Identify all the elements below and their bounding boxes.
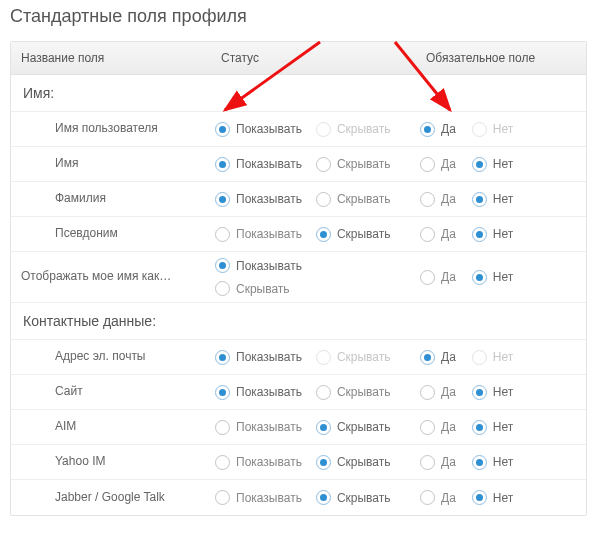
radio-label: Показывать xyxy=(236,420,302,434)
field-name: Имя пользователя xyxy=(11,113,211,145)
radio-icon xyxy=(420,490,435,505)
radio-show[interactable]: Показывать xyxy=(215,258,302,273)
required-cell: ДаНет xyxy=(416,484,586,511)
radio-show[interactable]: Показывать xyxy=(215,490,302,505)
radio-no: Нет xyxy=(472,350,513,365)
radio-icon xyxy=(420,270,435,285)
radio-label: Скрывать xyxy=(236,282,290,296)
status-cell: ПоказыватьСкрывать xyxy=(211,449,416,476)
radio-yes[interactable]: Да xyxy=(420,122,456,137)
radio-label: Показывать xyxy=(236,259,302,273)
radio-show[interactable]: Показывать xyxy=(215,192,302,207)
radio-show[interactable]: Показывать xyxy=(215,455,302,470)
radio-label: Скрывать xyxy=(337,491,391,505)
radio-hide[interactable]: Скрывать xyxy=(316,455,391,470)
radio-label: Да xyxy=(441,227,456,241)
radio-hide[interactable]: Скрывать xyxy=(316,192,391,207)
radio-no[interactable]: Нет xyxy=(472,385,513,400)
field-name: Фамилия xyxy=(11,183,211,215)
radio-show[interactable]: Показывать xyxy=(215,157,302,172)
radio-label: Нет xyxy=(493,385,513,399)
radio-label: Нет xyxy=(493,455,513,469)
radio-yes[interactable]: Да xyxy=(420,420,456,435)
radio-label: Скрывать xyxy=(337,122,391,136)
col-header-name: Название поля xyxy=(11,42,211,74)
radio-icon xyxy=(316,420,331,435)
field-name: Адрес эл. почты xyxy=(11,341,211,373)
radio-yes[interactable]: Да xyxy=(420,455,456,470)
radio-hide[interactable]: Скрывать xyxy=(215,281,290,296)
radio-no[interactable]: Нет xyxy=(472,455,513,470)
radio-hide[interactable]: Скрывать xyxy=(316,420,391,435)
status-cell: ПоказыватьСкрывать xyxy=(211,151,416,178)
radio-icon xyxy=(215,157,230,172)
radio-icon xyxy=(420,227,435,242)
table-row: Имя пользователяПоказыватьСкрыватьДаНет xyxy=(11,112,586,147)
radio-hide[interactable]: Скрывать xyxy=(316,227,391,242)
col-header-status: Статус xyxy=(211,42,416,74)
radio-icon xyxy=(316,227,331,242)
radio-icon xyxy=(420,192,435,207)
radio-yes[interactable]: Да xyxy=(420,350,456,365)
field-name: Jabber / Google Talk xyxy=(11,482,211,514)
radio-label: Скрывать xyxy=(337,157,391,171)
radio-icon xyxy=(472,420,487,435)
radio-show[interactable]: Показывать xyxy=(215,385,302,400)
radio-yes[interactable]: Да xyxy=(420,270,456,285)
radio-label: Да xyxy=(441,350,456,364)
radio-icon xyxy=(215,455,230,470)
radio-icon xyxy=(316,157,331,172)
radio-label: Скрывать xyxy=(337,455,391,469)
radio-no[interactable]: Нет xyxy=(472,270,513,285)
radio-label: Скрывать xyxy=(337,385,391,399)
table-row: ПсевдонимПоказыватьСкрыватьДаНет xyxy=(11,217,586,252)
table-row: Адрес эл. почтыПоказыватьСкрыватьДаНет xyxy=(11,340,586,375)
status-cell: ПоказыватьСкрывать xyxy=(211,116,416,143)
radio-icon xyxy=(420,420,435,435)
field-name: Отображать мое имя как… xyxy=(11,261,211,293)
radio-yes[interactable]: Да xyxy=(420,385,456,400)
radio-yes[interactable]: Да xyxy=(420,192,456,207)
table-row: ФамилияПоказыватьСкрыватьДаНет xyxy=(11,182,586,217)
table-row: СайтПоказыватьСкрыватьДаНет xyxy=(11,375,586,410)
radio-show[interactable]: Показывать xyxy=(215,420,302,435)
radio-icon xyxy=(316,192,331,207)
required-cell: ДаНет xyxy=(416,116,586,143)
required-cell: ДаНет xyxy=(416,414,586,441)
radio-icon xyxy=(472,227,487,242)
radio-label: Показывать xyxy=(236,122,302,136)
table-row: Отображать мое имя как…ПоказыватьСкрыват… xyxy=(11,252,586,303)
radio-icon xyxy=(215,281,230,296)
radio-label: Скрывать xyxy=(337,192,391,206)
table-header: Название поля Статус Обязательное поле xyxy=(11,42,586,75)
radio-no[interactable]: Нет xyxy=(472,490,513,505)
radio-hide[interactable]: Скрывать xyxy=(316,385,391,400)
status-cell: ПоказыватьСкрывать xyxy=(211,221,416,248)
radio-yes[interactable]: Да xyxy=(420,157,456,172)
required-cell: ДаНет xyxy=(416,221,586,248)
radio-icon xyxy=(316,122,331,137)
radio-yes[interactable]: Да xyxy=(420,227,456,242)
radio-show[interactable]: Показывать xyxy=(215,122,302,137)
field-name: AIM xyxy=(11,411,211,443)
radio-icon xyxy=(472,490,487,505)
field-name: Сайт xyxy=(11,376,211,408)
radio-icon xyxy=(316,455,331,470)
radio-no[interactable]: Нет xyxy=(472,420,513,435)
radio-no[interactable]: Нет xyxy=(472,192,513,207)
radio-yes[interactable]: Да xyxy=(420,490,456,505)
radio-label: Показывать xyxy=(236,455,302,469)
radio-icon xyxy=(472,192,487,207)
radio-icon xyxy=(420,350,435,365)
status-cell: ПоказыватьСкрывать xyxy=(211,484,416,511)
status-cell: ПоказыватьСкрывать xyxy=(211,186,416,213)
radio-show[interactable]: Показывать xyxy=(215,227,302,242)
radio-no[interactable]: Нет xyxy=(472,157,513,172)
radio-icon xyxy=(420,122,435,137)
radio-hide[interactable]: Скрывать xyxy=(316,490,391,505)
radio-hide[interactable]: Скрывать xyxy=(316,157,391,172)
radio-show[interactable]: Показывать xyxy=(215,350,302,365)
radio-no[interactable]: Нет xyxy=(472,227,513,242)
fields-table: Название поля Статус Обязательное поле И… xyxy=(10,41,587,516)
radio-icon xyxy=(215,227,230,242)
